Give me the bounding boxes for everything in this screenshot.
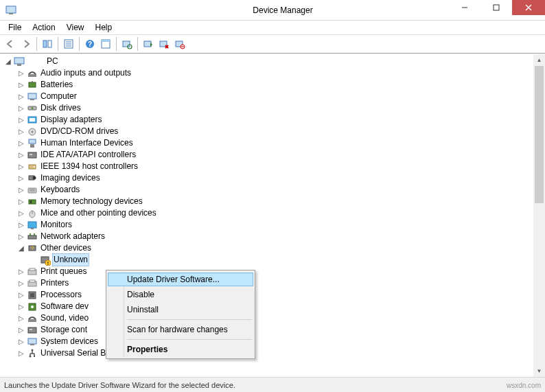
scroll-thumb[interactable] <box>535 66 544 203</box>
expand-icon[interactable]: ▷ <box>17 81 25 89</box>
tree-root[interactable]: ◢ PC <box>4 56 533 67</box>
scroll-up-button[interactable]: ▲ <box>533 54 545 66</box>
uninstall-button[interactable] <box>156 36 172 51</box>
tree-device-unknown[interactable]: !Unknown <box>30 254 533 266</box>
ctx-properties[interactable]: Properties <box>108 342 253 357</box>
expand-icon[interactable]: ▷ <box>17 268 25 275</box>
tree-category[interactable]: ▷Mice and other pointing devices <box>17 207 533 219</box>
tree-category[interactable]: ▷Processors <box>17 289 533 301</box>
category-label: Human Interface Devices <box>40 137 133 149</box>
svg-rect-68 <box>30 293 34 297</box>
disable-button[interactable] <box>172 36 187 51</box>
svg-rect-0 <box>6 6 16 13</box>
expand-icon[interactable]: ▷ <box>17 303 25 310</box>
back-button[interactable] <box>3 36 18 51</box>
expand-icon[interactable]: ▷ <box>17 69 25 77</box>
expand-icon[interactable]: ▷ <box>17 349 25 357</box>
svg-rect-73 <box>30 329 32 330</box>
device-category-icon <box>27 208 38 219</box>
titlebar: Device Manager <box>0 0 545 21</box>
ctx-disable[interactable]: Disable <box>108 287 253 302</box>
tree-category[interactable]: ▷Storage cont <box>17 324 533 336</box>
maximize-button[interactable] <box>480 0 512 15</box>
svg-rect-49 <box>29 200 36 204</box>
svg-rect-3 <box>494 5 499 10</box>
forward-button[interactable] <box>19 36 34 51</box>
properties-button[interactable] <box>61 36 76 51</box>
tree-category[interactable]: ▷System devices <box>17 336 533 347</box>
update-driver-button[interactable] <box>141 36 156 51</box>
tree-category[interactable]: ▷Batteries <box>17 79 533 91</box>
tree-category[interactable]: ◢?Other devices <box>17 242 533 254</box>
svg-rect-53 <box>28 222 36 228</box>
expand-icon[interactable]: ▷ <box>17 291 25 299</box>
ctx-uninstall[interactable]: Uninstall <box>108 302 253 317</box>
expand-icon[interactable]: ▷ <box>17 174 25 182</box>
ctx-update-driver[interactable]: Update Driver Software... <box>108 273 253 286</box>
expand-icon[interactable]: ▷ <box>17 128 25 135</box>
expand-icon[interactable]: ▷ <box>17 279 25 287</box>
tree-category[interactable]: ▷Printers <box>17 277 533 289</box>
menu-file[interactable]: File <box>3 21 27 34</box>
tree-category[interactable]: ▷IDE ATA/ATAPI controllers <box>17 149 533 161</box>
expand-icon[interactable]: ▷ <box>17 151 25 159</box>
ctx-label: Scan for hardware changes <box>127 325 228 334</box>
tree-category[interactable]: ▷Software dev <box>17 301 533 312</box>
computer-icon <box>14 56 25 67</box>
expand-icon[interactable]: ▷ <box>17 104 25 112</box>
tree-category[interactable]: ▷Monitors <box>17 219 533 231</box>
tree-category[interactable]: ▷Display adapters <box>17 114 533 126</box>
collapse-icon[interactable]: ◢ <box>17 244 25 252</box>
tree-category[interactable]: ▷Print queues <box>17 266 533 277</box>
ctx-scan[interactable]: Scan for hardware changes <box>108 322 253 337</box>
minimize-button[interactable] <box>449 0 480 15</box>
tree-category[interactable]: ▷Sound, video <box>17 312 533 324</box>
scan-hardware-button[interactable] <box>119 36 135 51</box>
scroll-down-button[interactable]: ▼ <box>533 365 545 377</box>
expand-icon[interactable]: ▷ <box>17 93 25 100</box>
action-dropdown-button[interactable] <box>98 36 113 51</box>
expand-icon[interactable]: ▷ <box>17 116 25 124</box>
tree-category[interactable]: ▷Human Interface Devices <box>17 137 533 149</box>
content-area: ◢ PC ▷Audio inputs and outputs▷Batteries… <box>0 54 545 377</box>
context-menu-separator <box>127 319 252 320</box>
close-button[interactable] <box>512 0 545 15</box>
tree-category[interactable]: ▷Network adapters <box>17 231 533 242</box>
expand-icon[interactable]: ▷ <box>17 198 25 205</box>
menu-help[interactable]: Help <box>90 21 118 34</box>
expand-icon[interactable]: ▷ <box>17 314 25 322</box>
device-category-icon <box>27 80 38 91</box>
category-label: Display adapters <box>40 114 102 126</box>
category-label: Sound, video <box>40 312 89 324</box>
vertical-scrollbar[interactable]: ▲ ▼ <box>533 54 545 377</box>
tree-category[interactable]: ▷Universal Serial Bus controllers <box>17 347 533 359</box>
tree-category[interactable]: ▷IEEE 1394 host controllers <box>17 161 533 172</box>
tree-category[interactable]: ▷DVD/CD-ROM drives <box>17 126 533 137</box>
svg-rect-71 <box>28 319 36 322</box>
tree-category[interactable]: ▷Imaging devices <box>17 172 533 184</box>
help-button[interactable]: ? <box>82 36 97 51</box>
show-hide-console-button[interactable] <box>40 36 55 51</box>
separator <box>79 37 80 51</box>
tree-category[interactable]: ▷Computer <box>17 91 533 102</box>
tree-category[interactable]: ▷Keyboards <box>17 184 533 196</box>
context-menu-separator <box>127 339 252 340</box>
expand-icon[interactable]: ▷ <box>17 221 25 229</box>
expand-icon[interactable]: ▷ <box>17 233 25 240</box>
expand-icon[interactable]: ▷ <box>17 326 25 334</box>
expand-icon[interactable]: ▷ <box>17 139 25 147</box>
expand-icon[interactable]: ▷ <box>17 163 25 170</box>
tree-category[interactable]: ▷Memory technology devices <box>17 196 533 207</box>
tree-category[interactable]: ▷Audio inputs and outputs <box>17 67 533 79</box>
svg-point-45 <box>33 176 36 179</box>
menu-action[interactable]: Action <box>27 21 60 34</box>
device-tree[interactable]: ◢ PC ▷Audio inputs and outputs▷Batteries… <box>0 54 533 377</box>
expand-icon[interactable]: ▷ <box>17 338 25 345</box>
tree-category[interactable]: ▷Disk drives <box>17 102 533 114</box>
category-label: Imaging devices <box>40 172 100 184</box>
collapse-icon[interactable]: ◢ <box>4 58 12 65</box>
expand-icon[interactable]: ▷ <box>17 209 25 217</box>
svg-rect-7 <box>48 41 51 47</box>
menu-view[interactable]: View <box>61 21 90 34</box>
expand-icon[interactable]: ▷ <box>17 186 25 194</box>
